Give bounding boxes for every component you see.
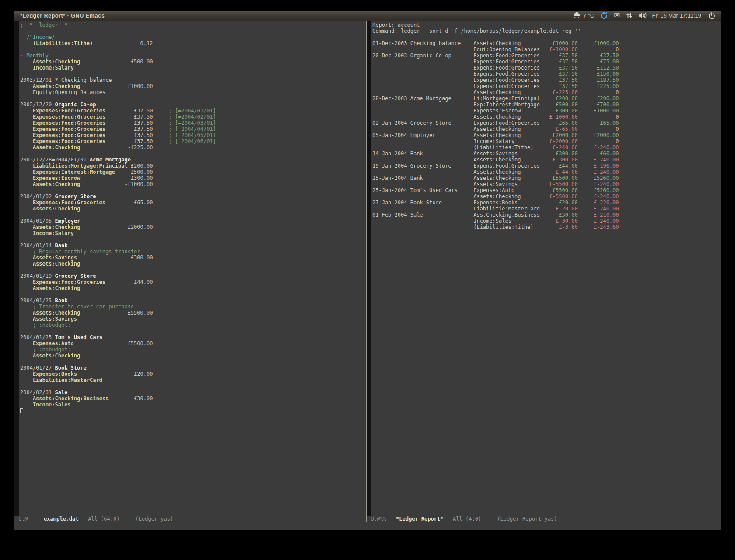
speaker-volume-icon[interactable] — [638, 12, 647, 19]
ledger-file-window: ; -*- ledger -*-= /^Income/ (Liabilities… — [14, 21, 366, 522]
buffer-line: Expens:Food:Groceries £37.50 £75.00 — [372, 59, 721, 65]
buffer-line: 2004/02/01 Sale — [20, 389, 366, 396]
emacs-frame: *Ledger Report* - GNU Emacs 7 °C ✉ — [14, 10, 721, 530]
rain-cloud-icon — [573, 12, 581, 19]
buffer-line: Expenses:Food:Groceries £37.50 ; [=2004/… — [20, 138, 366, 144]
buffer-line: ; Transfer to cover car purchase — [20, 304, 366, 310]
modeline-buffer-name: *Ledger Report* — [396, 516, 443, 522]
buffer-line: 25-Jan-2004 Bank Assets:Checking £5500.0… — [372, 175, 721, 181]
buffer-line: 28-Dec-2003 Acme Mortgage Li:Mortgage:Pr… — [372, 95, 721, 102]
buffer-line: 2004/01/19 Grocery Store — [20, 273, 366, 279]
echo-area[interactable] — [14, 522, 721, 530]
buffer-line: Expenses:Escrow £300.00 — [20, 175, 366, 181]
buffer-line: Assets:Checking £1000.00 — [20, 83, 366, 89]
buffer-line: Expenses:Escrow £300.00 £1000.00 — [372, 108, 721, 114]
mail-envelope-icon[interactable]: ✉ — [614, 12, 620, 19]
buffer-line: Expenses:Food:Groceries £65.00 — [20, 200, 366, 206]
buffer-line: Assets:Checking £-65.00 0 — [372, 126, 721, 132]
left-scrollbar[interactable] — [14, 21, 19, 516]
buffer-line: ; :nobudget: — [20, 346, 366, 353]
buffer-line: 25-Jan-2004 Tom's Used Cars Expenses:Aut… — [372, 187, 721, 193]
buffer-line: Liabilitie:MasterCard £-20.00 £-240.00 — [372, 206, 721, 212]
buffer-line: 2004/01/25 Bank — [20, 298, 366, 304]
right-scrollbar[interactable] — [367, 21, 371, 516]
buffer-line — [20, 150, 366, 157]
buffer-line: Command: ledger --sort d -f /home/borbus… — [372, 28, 721, 34]
buffer-line: Assets:Checking £5500.00 — [20, 310, 366, 316]
ledger-report-buffer[interactable]: Report: accountCommand: ledger --sort d … — [371, 21, 721, 516]
buffer-line: 2003/12/01 * Checking balance — [20, 77, 366, 83]
power-icon[interactable] — [708, 12, 715, 19]
buffer-line: Expens:Food:Groceries £37.50 £150.00 — [372, 71, 721, 77]
buffer-line: 2003/12/20 Organic Co-op — [20, 102, 366, 108]
ledger-file-buffer[interactable]: ; -*- ledger -*-= /^Income/ (Liabilities… — [19, 21, 366, 516]
buffer-line: Assets:Checking £500.00 — [20, 59, 366, 65]
buffer-line: 27-Jan-2004 Book Store Expenses:Books £2… — [372, 200, 721, 206]
buffer-line: Expenses:Books £20.00 — [20, 371, 366, 377]
buffer-line: 2004/01/14 Bank — [20, 242, 366, 248]
refresh-sync-icon[interactable] — [600, 11, 608, 20]
buffer-line — [20, 46, 366, 52]
buffer-line: Assets:Checking £-5500.00 £-240.00 — [372, 193, 721, 200]
clock-label: Fri 15 Mar 17:11:19 — [652, 12, 701, 19]
buffer-line: Expenses:Food:Groceries £37.50 ; [=2004/… — [20, 126, 366, 132]
right-modeline[interactable]: -U:@%%- *Ledger Report* All (4,0) (Ledge… — [367, 516, 721, 522]
buffer-line: (Liabilities:Tithe) £-3.60 £-243.60 — [372, 224, 721, 230]
buffer-line: = /^Income/ — [20, 34, 366, 40]
frame-body: ; -*- ledger -*-= /^Income/ (Liabilities… — [14, 21, 721, 522]
buffer-line: 2004/01/05 Employer — [20, 218, 366, 224]
buffer-line: (Liabilities:Tithe) £-240.00 £-240.00 — [372, 144, 721, 150]
buffer-line: Income:Salary £-2000.00 0 — [372, 138, 721, 144]
buffer-line: Expens:Food:Groceries £37.50 £112.50 — [372, 65, 721, 71]
buffer-line: 2004/01/27 Book Store — [20, 365, 366, 371]
buffer-line — [20, 408, 366, 414]
buffer-line: Assets:Checking -£1000.00 — [20, 181, 366, 187]
buffer-line: Report: account — [372, 22, 721, 28]
buffer-line: 05-Jan-2004 Employer Assets:Checking £20… — [372, 132, 721, 138]
title-bar: *Ledger Report* - GNU Emacs 7 °C ✉ — [14, 10, 721, 21]
buffer-line: 2004/01/02 Grocery Store — [20, 193, 366, 200]
buffer-line: ~ Monthly — [20, 52, 366, 59]
buffer-line — [20, 28, 366, 34]
ledger-report-window: Report: accountCommand: ledger --sort d … — [367, 21, 721, 522]
left-modeline[interactable]: -U:@--- example.dat All (64,0) (Ledger y… — [14, 516, 366, 522]
buffer-line — [20, 359, 366, 365]
buffer-line: ; -*- ledger -*- — [20, 22, 366, 28]
buffer-line — [20, 328, 366, 334]
buffer-line: ========================================… — [372, 34, 721, 40]
buffer-line: Assets:Checking -£225.00 — [20, 144, 366, 150]
buffer-line: Income:Sales — [20, 402, 366, 408]
buffer-line: Income:Salary — [20, 230, 366, 236]
buffer-line: Assets:Checking £-1000.00 0 — [372, 114, 721, 120]
up-down-arrows-icon[interactable] — [626, 12, 633, 19]
system-tray: 7 °C ✉ Fri 15 Mar 17:11:19 — [573, 11, 715, 20]
buffer-line: Expenses:Food:Groceries £37.50 ; [=2004/… — [20, 108, 366, 114]
buffer-line: Equi:Opening Balances £-1000.00 0 — [372, 46, 721, 52]
buffer-line: 01-Dec-2003 Checking balance Assets:Chec… — [372, 40, 721, 46]
buffer-line: Assets:Checking £2000.00 — [20, 224, 366, 230]
buffer-line: Expenses:Food:Groceries £44.00 — [20, 279, 366, 285]
buffer-line: Expenses:Interest:Mortgage £500.00 — [20, 169, 366, 175]
buffer-line: Expens:Food:Groceries £37.50 £187.50 — [372, 77, 721, 83]
window-title: *Ledger Report* - GNU Emacs — [20, 12, 105, 19]
buffer-line: ; Regular monthly savings transfer — [20, 248, 366, 255]
buffer-line: Income:Salary — [20, 65, 366, 71]
buffer-line: 2004/01/25 Tom's Used Cars — [20, 334, 366, 340]
buffer-line — [20, 187, 366, 193]
buffer-line: 20-Dec-2003 Organic Co-op Expens:Food:Gr… — [372, 52, 721, 59]
buffer-line — [20, 267, 366, 273]
buffer-line: Exp:Interest:Mortgage £500.00 £700.00 — [372, 102, 721, 108]
buffer-line: Assets:Checking £-44.00 £-240.00 — [372, 169, 721, 175]
buffer-line: 14-Jan-2004 Bank Assets:Savings £300.00 … — [372, 150, 721, 157]
buffer-line: Assets:Checking £-300.00 £-240.00 — [372, 157, 721, 163]
buffer-line — [20, 95, 366, 102]
weather-applet[interactable]: 7 °C — [573, 12, 594, 19]
buffer-line — [20, 291, 366, 298]
buffer-line: Expenses:Food:Groceries £37.50 ; [=2004/… — [20, 114, 366, 120]
buffer-line: 2003/12/28=2004/01/01 Acme Mortgage — [20, 157, 366, 163]
buffer-line: Equity:Opening Balances — [20, 89, 366, 95]
modeline-buffer-name: example.dat — [44, 516, 78, 522]
buffer-line: Liabilities:MasterCard — [20, 377, 366, 383]
buffer-line: Assets:Checking £-225.00 0 — [372, 89, 721, 95]
buffer-line: Liabilities:Mortgage:Principal £200.00 — [20, 163, 366, 169]
